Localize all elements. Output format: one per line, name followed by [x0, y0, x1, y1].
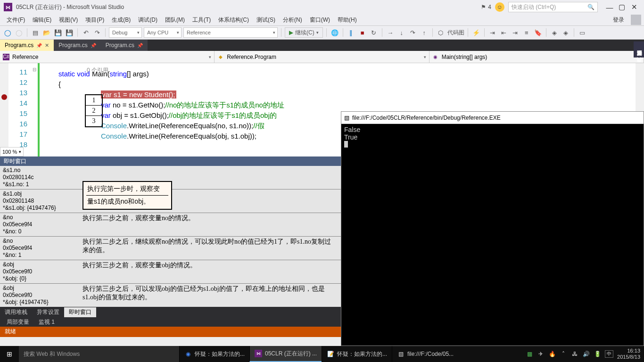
diagnostics-tab[interactable]: 诊断: [635, 51, 643, 55]
tray-network-icon[interactable]: 🖧: [571, 350, 578, 358]
toggle-b1-icon[interactable]: ◈: [550, 28, 559, 37]
console-window[interactable]: ▧ file:///F:/Code/05CLR/Reference/bin/De…: [341, 111, 644, 346]
step-over-icon[interactable]: ↷: [408, 28, 418, 37]
toggle-b2-icon[interactable]: ◈: [561, 28, 570, 37]
start-button[interactable]: ⊞: [0, 350, 19, 358]
menu-help[interactable]: 帮助(H): [334, 15, 361, 25]
callstack-tab[interactable]: 调用堆栈: [0, 307, 32, 317]
indent-icon[interactable]: ⇥: [511, 28, 520, 37]
taskbar-search[interactable]: 搜索 Web 和 Windows: [19, 346, 179, 362]
tray-chevron-icon[interactable]: ˄: [560, 350, 567, 358]
title-bar: ⋈ 05CLR (正在运行) - Microsoft Visual Studio…: [0, 0, 644, 14]
menu-architecture[interactable]: 体系结构(C): [215, 15, 253, 25]
step-into-icon[interactable]: ↓: [397, 28, 406, 37]
console-title: file:///F:/Code/05CLR/Reference/bin/Debu…: [352, 115, 501, 121]
tab-program-3[interactable]: Program.cs📌: [101, 40, 148, 51]
nav-method-combo[interactable]: ◉Main(string[] args): [429, 51, 644, 63]
menu-view[interactable]: 视图(V): [55, 15, 82, 25]
tab-program-2[interactable]: Program.cs📌: [54, 40, 100, 51]
annotation-step1: 执行完第一步时，观察变 量s1的成员no和obj。: [83, 181, 172, 210]
menu-project[interactable]: 项目(P): [82, 15, 108, 25]
menu-file[interactable]: 文件(F): [3, 15, 29, 25]
menu-analyze[interactable]: 分析(N): [279, 15, 306, 25]
locals-tab[interactable]: 局部变量: [2, 317, 34, 327]
nav-fwd-icon[interactable]: ◯: [14, 28, 24, 37]
breakpoint-icon[interactable]: [1, 94, 7, 100]
pin-icon[interactable]: 📌: [91, 43, 96, 48]
window-title: 05CLR (正在运行) - Microsoft Visual Studio: [16, 3, 124, 11]
annotation-step2a: 执行第二步之前，观察变量no的情况。: [83, 214, 195, 222]
fold-gutter[interactable]: ⊟: [31, 63, 38, 156]
pin-icon[interactable]: 📌: [36, 43, 42, 48]
menu-build[interactable]: 生成(B): [108, 15, 134, 25]
zoom-combo[interactable]: 100 % ▾: [0, 147, 24, 156]
tray-ime-icon[interactable]: 中: [605, 350, 613, 358]
vs-icon: ⋈: [255, 350, 262, 357]
undo-icon[interactable]: ↶: [81, 28, 91, 37]
taskbar-clock[interactable]: 16:13 2015/8/13: [617, 348, 640, 360]
avatar-icon[interactable]: [631, 15, 641, 25]
exceptions-tab[interactable]: 异常设置: [32, 307, 64, 317]
search-icon: 🔍: [587, 4, 594, 10]
menu-edit[interactable]: 编辑(E): [29, 15, 55, 25]
quick-launch-input[interactable]: 快速启动 (Ctrl+Q) 🔍: [508, 2, 598, 12]
minimize-button[interactable]: ―: [603, 3, 616, 11]
tray-icon-3[interactable]: 🔥: [548, 350, 556, 358]
platform-combo[interactable]: Any CPU: [144, 27, 182, 38]
format-icon[interactable]: ≡: [522, 28, 531, 37]
tray-icon-2[interactable]: ✈: [537, 350, 545, 358]
close-button[interactable]: ✕: [628, 3, 640, 11]
watch1-tab[interactable]: 监视 1: [34, 317, 59, 327]
align-icon[interactable]: ⇥: [488, 28, 497, 37]
tray-icon-1[interactable]: ▩: [526, 350, 533, 358]
step-out-icon[interactable]: ↑: [420, 28, 429, 37]
tray-battery-icon[interactable]: 🔋: [594, 350, 601, 358]
refactor-icon[interactable]: ⚡: [471, 28, 481, 37]
taskbar-notepad[interactable]: 📝怀疑：如果方法的...: [322, 346, 392, 362]
play-icon: ▶: [289, 29, 293, 36]
taskbar-chrome[interactable]: ◉怀疑：如果方法的...: [179, 346, 249, 362]
startup-combo[interactable]: Reference: [183, 27, 278, 38]
tab-program-1[interactable]: Program.cs📌✕: [0, 40, 54, 51]
menu-test[interactable]: 测试(S): [253, 15, 279, 25]
config-combo[interactable]: Debug: [109, 27, 142, 38]
menu-tools[interactable]: 工具(T): [189, 15, 215, 25]
maximize-button[interactable]: ▢: [616, 3, 628, 11]
new-project-icon[interactable]: ▤: [31, 28, 40, 37]
sign-in-link[interactable]: 登录: [613, 16, 628, 24]
pin-icon[interactable]: 📌: [137, 43, 143, 48]
nav-project-combo[interactable]: C#Reference: [0, 51, 215, 63]
step-next-icon[interactable]: →: [386, 28, 395, 37]
immediate-tab[interactable]: 即时窗口: [64, 307, 96, 317]
save-all-icon[interactable]: 💾: [65, 28, 74, 37]
tray-volume-icon[interactable]: 🔊: [582, 350, 590, 358]
menu-window[interactable]: 窗口(W): [306, 15, 334, 25]
open-icon[interactable]: 📂: [42, 28, 51, 37]
bookmark-icon[interactable]: 🔖: [533, 28, 543, 37]
menu-team[interactable]: 团队(M): [161, 15, 189, 25]
redo-icon[interactable]: ↷: [92, 28, 102, 37]
nav-class-combo[interactable]: ◆Reference.Program: [215, 51, 429, 63]
notifications-flag-icon[interactable]: ⚑: [481, 4, 486, 10]
browser-icon[interactable]: 🌐: [330, 28, 339, 37]
codemap-button[interactable]: 代码图: [447, 29, 464, 37]
console-titlebar[interactable]: ▧ file:///F:/Code/05CLR/Reference/bin/De…: [341, 112, 644, 124]
menu-debug[interactable]: 调试(D): [134, 15, 161, 25]
save-icon[interactable]: 💾: [53, 28, 63, 37]
annotation-step3a: 执行第三步之前，观察变量obj的情况。: [83, 261, 197, 270]
stop-icon[interactable]: ■: [358, 28, 367, 37]
console-task-icon: ▧: [397, 350, 405, 358]
stackframe-icon[interactable]: ▭: [578, 28, 587, 37]
unindent-icon[interactable]: ⇤: [499, 28, 509, 37]
solution-explorer-tab[interactable]: 解决方案资源管理器: [635, 44, 643, 48]
continue-button[interactable]: ▶继续(C)▾: [285, 27, 323, 38]
taskbar-vs[interactable]: ⋈05CLR (正在运行) ...: [249, 346, 322, 362]
close-tab-icon[interactable]: ✕: [45, 42, 49, 49]
feedback-icon[interactable]: ☺: [495, 2, 504, 12]
taskbar-console[interactable]: ▧file:///F:/Code/05...: [392, 346, 458, 362]
breakpoint-gutter[interactable]: [0, 63, 8, 156]
restart-icon[interactable]: ↻: [369, 28, 379, 37]
hex-icon[interactable]: ⬡: [436, 28, 446, 37]
pause-icon[interactable]: ‖: [347, 28, 356, 37]
nav-back-icon[interactable]: ◯: [3, 28, 12, 37]
